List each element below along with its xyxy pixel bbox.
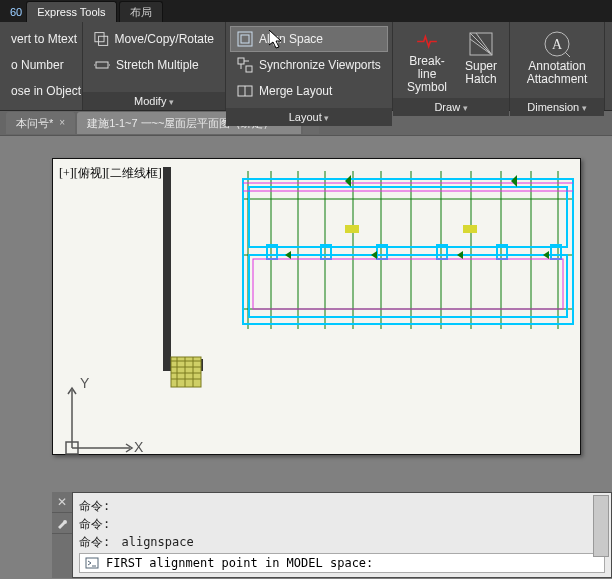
convert-to-mtext-button[interactable]: vert to Mtext [4, 26, 78, 52]
command-line-panel: ✕ 命令: 命令: 命令: alignspace [52, 492, 612, 578]
merge-layout-label: Merge Layout [259, 84, 332, 98]
align-space-label: Align Space [259, 32, 323, 46]
svg-marker-53 [457, 251, 463, 259]
stretch-multiple-icon [94, 57, 110, 73]
wrench-icon [55, 516, 69, 530]
ribbon-panel-layout: Align Space Synchronize Viewports Merge … [226, 22, 393, 110]
panel-title-dimension[interactable]: Dimension [510, 98, 604, 116]
ribbon-panel-dimension: A Annotation Attachment Dimension [510, 22, 605, 110]
svg-rect-4 [241, 35, 249, 43]
svg-rect-48 [253, 259, 563, 309]
enclose-label: ose in Object [11, 84, 81, 98]
auto-number-button[interactable]: o Number [4, 52, 78, 78]
svg-marker-52 [371, 251, 377, 259]
svg-text:A: A [552, 37, 563, 52]
svg-rect-5 [238, 58, 244, 64]
close-command-line-button[interactable]: ✕ [52, 492, 72, 513]
svg-marker-54 [543, 251, 549, 259]
svg-rect-37 [243, 179, 573, 324]
merge-layout-button[interactable]: Merge Layout [230, 78, 388, 104]
svg-rect-38 [249, 187, 567, 247]
ribbon: vert to Mtext o Number ose in Object . M… [0, 22, 612, 111]
move-copy-rotate-label: Move/Copy/Rotate [115, 32, 214, 46]
ribbon-panel-draw: Break-line Symbol Super Hatch Draw [393, 22, 510, 110]
svg-rect-49 [345, 225, 359, 233]
svg-rect-50 [463, 225, 477, 233]
break-line-icon [413, 30, 441, 53]
move-copy-rotate-button[interactable]: Move/Copy/Rotate [87, 26, 221, 52]
file-tab-1-label: 本问号* [16, 112, 53, 134]
super-hatch-icon [467, 30, 495, 58]
svg-rect-1 [99, 36, 108, 45]
super-hatch-button[interactable]: Super Hatch [457, 26, 505, 94]
panel-title-draw[interactable]: Draw [393, 98, 509, 116]
break-line-label: Break-line Symbol [405, 55, 449, 94]
command-scrollbar[interactable] [593, 495, 609, 557]
move-copy-rotate-icon [94, 31, 109, 47]
command-input[interactable] [104, 555, 604, 571]
svg-marker-55 [345, 175, 351, 187]
align-space-icon [237, 31, 253, 47]
ucs-icon: Y X [60, 370, 150, 460]
mode-tab-express-tools[interactable]: Express Tools [26, 1, 116, 22]
annotation-attachment-icon: A [543, 30, 571, 58]
mode-tab-layout[interactable]: 布局 [119, 1, 163, 22]
stretch-multiple-label: Stretch Multiple [116, 58, 199, 72]
axis-x-label: X [134, 439, 144, 455]
synchronize-viewports-button[interactable]: Synchronize Viewports [230, 52, 388, 78]
file-tab-1[interactable]: 本问号* × [6, 112, 75, 134]
command-history-line: 命令: alignspace [79, 533, 605, 551]
svg-rect-6 [246, 66, 252, 72]
panel-title-modify[interactable]: Modify [83, 92, 225, 110]
command-prompt-icon [84, 555, 100, 571]
svg-rect-39 [249, 255, 567, 317]
svg-rect-3 [238, 32, 252, 46]
convert-to-mtext-label: vert to Mtext [11, 32, 77, 46]
ribbon-panel-modify: Move/Copy/Rotate Stretch Multiple Modify [83, 22, 226, 110]
panel-title-layout[interactable]: Layout [226, 108, 392, 126]
app-mode-tabs: 60 Express Tools 布局 [0, 0, 612, 22]
svg-rect-0 [95, 33, 104, 42]
command-input-row[interactable] [79, 553, 605, 573]
svg-rect-2 [96, 62, 108, 68]
command-line-settings-button[interactable] [52, 513, 72, 534]
break-line-symbol-button[interactable]: Break-line Symbol [397, 26, 457, 94]
sync-viewports-label: Synchronize Viewports [259, 58, 381, 72]
x-icon: ✕ [57, 495, 67, 509]
mode-tab-60[interactable]: 60 [6, 2, 26, 22]
close-icon[interactable]: × [59, 112, 65, 134]
sync-viewports-icon [237, 57, 253, 73]
command-text: alignspace [121, 535, 193, 549]
super-hatch-label: Super Hatch [465, 60, 497, 86]
auto-number-label: o Number [11, 58, 64, 72]
stretch-multiple-button[interactable]: Stretch Multiple [87, 52, 221, 78]
annotation-attachment-button[interactable]: A Annotation Attachment [514, 26, 600, 94]
command-history[interactable]: 命令: 命令: 命令: alignspace [72, 492, 612, 578]
annotation-attachment-label: Annotation Attachment [522, 60, 592, 86]
ribbon-panel-text: vert to Mtext o Number ose in Object . [0, 22, 83, 110]
merge-layout-icon [237, 83, 253, 99]
command-history-line: 命令: [79, 515, 605, 533]
command-prompt-label: 命令: [79, 535, 110, 549]
svg-marker-51 [285, 251, 291, 259]
align-space-button[interactable]: Align Space [230, 26, 388, 52]
command-history-line: 命令: [79, 497, 605, 515]
svg-marker-56 [511, 175, 517, 187]
svg-rect-12 [163, 167, 171, 371]
axis-y-label: Y [80, 375, 90, 391]
command-line-gutter: ✕ [52, 492, 72, 578]
enclose-in-object-button[interactable]: ose in Object [4, 78, 78, 104]
